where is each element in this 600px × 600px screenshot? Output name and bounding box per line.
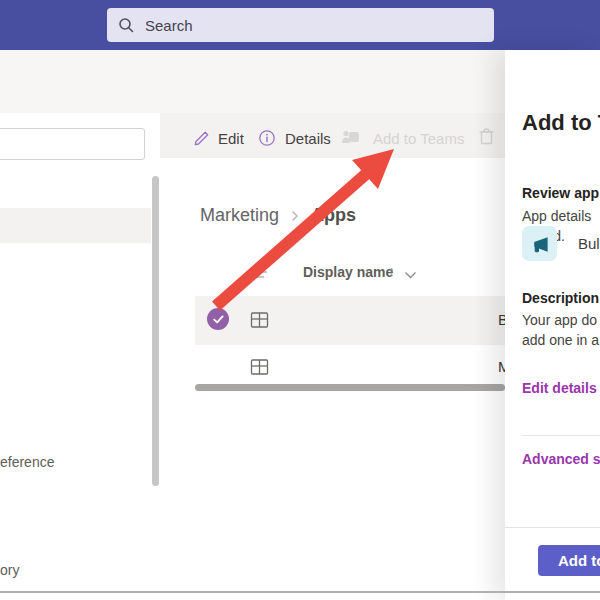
review-text-line1: App details: [522, 208, 591, 224]
sidebar-selected-item[interactable]: [0, 208, 151, 243]
breadcrumb-chevron-icon: [291, 210, 299, 222]
add-to-teams-button[interactable]: Add to Teams: [373, 130, 464, 147]
app-window: Home Build About eference ory Edit Detai…: [0, 0, 600, 600]
search-icon: [118, 17, 135, 34]
grid-icon: [250, 311, 269, 329]
sidebar: [0, 113, 160, 600]
table-row-bulletins[interactable]: Bulletins ···: [195, 296, 505, 345]
description-line2: add one in a: [522, 332, 599, 348]
description-heading: Description: [522, 290, 599, 306]
divider: [522, 435, 600, 436]
search-box[interactable]: [107, 8, 494, 42]
column-header-display-name[interactable]: Display name: [303, 264, 393, 280]
info-icon: [258, 129, 276, 147]
edit-details-link[interactable]: Edit details: [522, 380, 597, 396]
breadcrumb: Marketing Apps: [200, 205, 356, 226]
grid-icon: [250, 358, 269, 376]
sidebar-item-ory[interactable]: ory: [0, 562, 19, 578]
sidebar-scrollbar[interactable]: [152, 176, 159, 486]
sidebar-filter-input[interactable]: [0, 128, 145, 160]
divider: [505, 527, 600, 528]
trash-icon[interactable]: [477, 126, 496, 146]
horizontal-scrollbar[interactable]: [195, 384, 505, 391]
review-heading: Review app: [522, 185, 599, 201]
app-name: Bull: [578, 235, 600, 252]
add-to-teams-panel: Add to T Review app App details added. B…: [505, 50, 600, 600]
selected-check-icon[interactable]: [207, 308, 229, 330]
teams-icon: [341, 128, 361, 146]
sidebar-item-reference[interactable]: eference: [0, 454, 54, 470]
breadcrumb-parent[interactable]: Marketing: [200, 205, 279, 226]
chevron-down-icon[interactable]: [404, 271, 417, 279]
sort-ascending-icon: ↑: [388, 263, 395, 279]
top-bar: [0, 0, 600, 50]
panel-title: Add to T: [522, 110, 600, 136]
megaphone-icon: [528, 232, 551, 255]
window-bottom-edge: [0, 591, 600, 593]
tab-strip: Home Build About: [0, 50, 505, 113]
advanced-settings-link[interactable]: Advanced se: [522, 451, 600, 467]
add-to-teams-submit-button[interactable]: Add to: [538, 545, 600, 576]
edit-button[interactable]: Edit: [218, 130, 244, 147]
search-input[interactable]: [143, 16, 447, 35]
app-icon-tile: [522, 226, 557, 261]
details-button[interactable]: Details: [285, 130, 331, 147]
description-line1: Your app do: [522, 312, 597, 328]
list-icon: [253, 265, 269, 279]
pencil-icon: [192, 127, 211, 146]
breadcrumb-current: Apps: [311, 205, 356, 226]
